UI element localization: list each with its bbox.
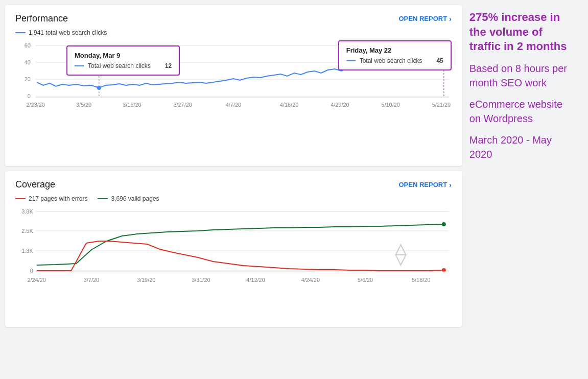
- left-panel: Performance OPEN REPORT › 1,941 total we…: [5, 5, 462, 374]
- svg-text:60: 60: [25, 42, 31, 49]
- svg-text:2/23/20: 2/23/20: [27, 102, 45, 108]
- coverage-title: Coverage: [15, 179, 55, 190]
- svg-text:4/24/20: 4/24/20: [301, 277, 320, 283]
- performance-legend: 1,941 total web search clicks: [15, 29, 452, 36]
- stat-seo-hours: Based on 8 hours per month SEO work: [469, 61, 575, 90]
- coverage-chevron-right-icon: ›: [449, 181, 452, 189]
- performance-chart-area: 60 40 20 0 2/23/20 3/5/20 3/16/20 3/27/2…: [15, 40, 452, 158]
- svg-point-19: [97, 86, 101, 90]
- svg-text:40: 40: [25, 59, 31, 65]
- svg-text:4/12/20: 4/12/20: [246, 277, 265, 283]
- coverage-chart-area: 3.8K 2.5K 1.3K 0 2/24/20 3/7/20 3/19/20 …: [15, 206, 452, 319]
- coverage-legend: 217 pages with errors 3,696 valid pages: [15, 195, 452, 202]
- svg-text:5/6/20: 5/6/20: [358, 277, 373, 283]
- svg-text:3.8K: 3.8K: [21, 208, 33, 215]
- coverage-chart-svg: 3.8K 2.5K 1.3K 0 2/24/20 3/7/20 3/19/20 …: [15, 206, 452, 303]
- svg-text:3/7/20: 3/7/20: [84, 277, 99, 283]
- coverage-valid-label: 3,696 valid pages: [111, 195, 159, 202]
- coverage-open-report-link[interactable]: OPEN REPORT ›: [398, 181, 451, 189]
- stat-traffic-increase: 275% increase in the volume of traffic i…: [469, 10, 575, 54]
- coverage-errors-label: 217 pages with errors: [29, 195, 87, 202]
- coverage-open-report-label: OPEN REPORT: [398, 181, 447, 188]
- legend-line-red: [15, 198, 26, 199]
- performance-open-report-label: OPEN REPORT: [398, 15, 447, 22]
- svg-text:1.3K: 1.3K: [21, 248, 33, 254]
- chevron-right-icon: ›: [449, 15, 452, 23]
- legend-line-blue: [15, 32, 26, 33]
- svg-text:4/18/20: 4/18/20: [280, 102, 298, 108]
- svg-text:5/21/20: 5/21/20: [432, 102, 451, 108]
- coverage-legend-valid: 3,696 valid pages: [98, 195, 159, 202]
- svg-text:20: 20: [25, 76, 31, 82]
- svg-marker-42: [396, 255, 406, 265]
- coverage-card: Coverage OPEN REPORT › 217 pages with er…: [5, 171, 462, 327]
- svg-text:3/16/20: 3/16/20: [123, 102, 141, 108]
- performance-header: Performance OPEN REPORT ›: [15, 13, 452, 24]
- coverage-legend-errors: 217 pages with errors: [15, 195, 87, 202]
- svg-text:3/31/20: 3/31/20: [192, 277, 210, 283]
- svg-text:2.5K: 2.5K: [21, 228, 33, 234]
- svg-text:0: 0: [30, 268, 33, 274]
- legend-line-green: [98, 198, 108, 199]
- performance-title: Performance: [15, 13, 68, 24]
- svg-text:3/27/20: 3/27/20: [173, 102, 192, 108]
- svg-text:5/10/20: 5/10/20: [381, 102, 399, 108]
- svg-text:2/24/20: 2/24/20: [27, 277, 45, 283]
- svg-text:4/29/20: 4/29/20: [331, 102, 349, 108]
- stat-date-range: March 2020 - May 2020: [469, 133, 575, 161]
- svg-text:3/5/20: 3/5/20: [76, 102, 91, 108]
- svg-text:4/7/20: 4/7/20: [226, 102, 241, 108]
- svg-point-38: [442, 222, 446, 226]
- performance-legend-label: 1,941 total web search clicks: [29, 29, 107, 36]
- right-panel: 275% increase in the volume of traffic i…: [462, 5, 583, 374]
- performance-chart-svg: 60 40 20 0 2/23/20 3/5/20 3/16/20 3/27/2…: [15, 40, 452, 143]
- performance-legend-item: 1,941 total web search clicks: [15, 29, 107, 36]
- svg-marker-41: [396, 245, 406, 255]
- coverage-header: Coverage OPEN REPORT ›: [15, 179, 452, 190]
- performance-card: Performance OPEN REPORT › 1,941 total we…: [5, 5, 462, 166]
- performance-open-report-link[interactable]: OPEN REPORT ›: [398, 15, 451, 23]
- svg-text:5/18/20: 5/18/20: [412, 277, 430, 283]
- stat-platform: eCommerce website on Wordpress: [469, 97, 575, 126]
- svg-point-20: [441, 51, 446, 56]
- svg-text:0: 0: [28, 93, 31, 99]
- svg-text:3/19/20: 3/19/20: [137, 277, 155, 283]
